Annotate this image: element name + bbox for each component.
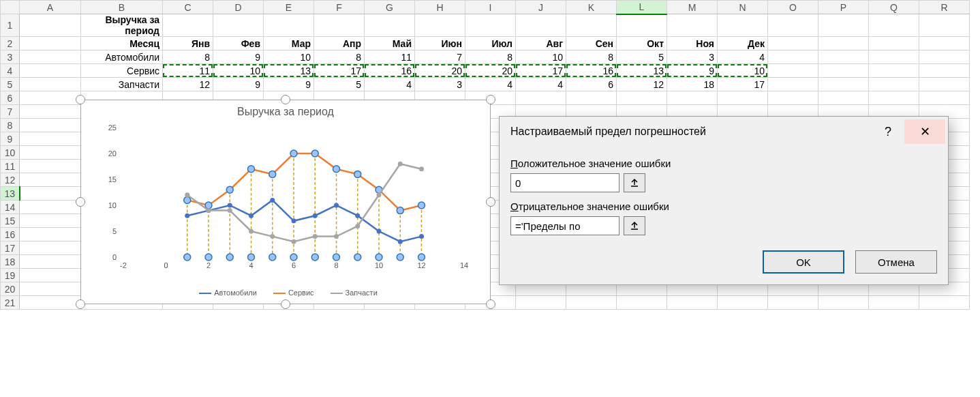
column-header[interactable]: Q	[869, 1, 919, 14]
cell[interactable]	[818, 64, 869, 78]
cell[interactable]	[667, 296, 718, 310]
table-row-label[interactable]: Автомобили	[81, 50, 163, 64]
row-header[interactable]: 7	[1, 105, 20, 119]
table-header-cell[interactable]: Месяц	[81, 37, 163, 50]
cell[interactable]	[20, 296, 81, 310]
table-row-label[interactable]: Запчасти	[81, 78, 163, 91]
table-data-cell[interactable]: 4	[516, 78, 566, 91]
table-data-cell[interactable]: 18	[667, 78, 718, 91]
cell[interactable]	[869, 78, 919, 91]
column-header[interactable]: E	[264, 1, 314, 14]
cell[interactable]	[365, 14, 415, 37]
table-data-cell[interactable]: 12	[163, 78, 213, 91]
chart-plot-area[interactable]: 0510152025-202468101214	[81, 100, 491, 278]
embedded-chart[interactable]: Выручка за период 0510152025-20246810121…	[80, 100, 491, 304]
legend-item[interactable]: Автомобили	[194, 289, 257, 297]
cell[interactable]	[768, 91, 818, 105]
cell[interactable]	[20, 228, 81, 241]
column-header[interactable]: A	[20, 1, 81, 14]
column-header[interactable]: P	[818, 1, 869, 14]
cell[interactable]	[818, 37, 869, 50]
cell[interactable]	[768, 37, 818, 50]
cell[interactable]	[919, 14, 970, 37]
table-row-label[interactable]: Сервис	[81, 64, 163, 78]
cell[interactable]	[818, 14, 869, 37]
negative-error-input[interactable]	[510, 216, 619, 235]
row-header[interactable]: 14	[1, 201, 20, 214]
row-header[interactable]: 18	[1, 255, 20, 269]
cell[interactable]	[213, 14, 264, 37]
table-header-cell[interactable]: Дек	[718, 37, 768, 50]
cell[interactable]	[718, 296, 768, 310]
cell[interactable]	[415, 14, 465, 37]
row-header[interactable]: 15	[1, 214, 20, 228]
table-data-cell[interactable]: 17	[516, 64, 566, 78]
table-data-cell[interactable]: 20	[465, 64, 516, 78]
cell[interactable]	[818, 296, 869, 310]
table-data-cell[interactable]: 7	[415, 50, 465, 64]
cell[interactable]	[919, 296, 970, 310]
cell[interactable]	[465, 14, 516, 37]
cell[interactable]	[20, 255, 81, 269]
row-header[interactable]: 2	[1, 37, 20, 50]
cell[interactable]	[516, 91, 566, 105]
table-header-cell[interactable]: Сен	[566, 37, 617, 50]
row-header[interactable]: 10	[1, 146, 20, 160]
cell[interactable]	[20, 187, 81, 201]
table-data-cell[interactable]: 13	[264, 64, 314, 78]
table-data-cell[interactable]: 12	[617, 78, 667, 91]
cell[interactable]	[566, 296, 617, 310]
row-header[interactable]: 8	[1, 119, 20, 132]
cancel-button[interactable]: Отмена	[855, 250, 937, 274]
cell[interactable]	[869, 296, 919, 310]
legend-item[interactable]: Сервис	[268, 289, 314, 297]
cell[interactable]	[818, 50, 869, 64]
column-header[interactable]: G	[365, 1, 415, 14]
table-header-cell[interactable]: Фев	[213, 37, 264, 50]
table-header-cell[interactable]: Янв	[163, 37, 213, 50]
table-header-cell[interactable]: Июл	[465, 37, 516, 50]
cell[interactable]	[617, 296, 667, 310]
cell[interactable]	[516, 14, 566, 37]
row-header[interactable]: 19	[1, 269, 20, 282]
table-data-cell[interactable]: 17	[314, 64, 365, 78]
column-header[interactable]: I	[465, 1, 516, 14]
cell[interactable]	[768, 78, 818, 91]
cell[interactable]	[20, 37, 81, 50]
column-header[interactable]: C	[163, 1, 213, 14]
chart-resize-handle[interactable]	[76, 299, 85, 309]
cell[interactable]	[20, 64, 81, 78]
cell[interactable]	[869, 91, 919, 105]
collapse-dialog-button[interactable]	[624, 173, 645, 192]
column-header[interactable]: O	[768, 1, 818, 14]
cell[interactable]	[20, 91, 81, 105]
cell[interactable]	[667, 14, 718, 37]
table-data-cell[interactable]: 4	[718, 50, 768, 64]
cell[interactable]	[20, 105, 81, 119]
table-data-cell[interactable]: 3	[667, 50, 718, 64]
cell[interactable]	[919, 64, 970, 78]
chart-resize-handle[interactable]	[281, 299, 290, 309]
table-data-cell[interactable]: 16	[365, 64, 415, 78]
close-button[interactable]: ✕	[904, 119, 945, 144]
row-header[interactable]: 9	[1, 132, 20, 146]
positive-error-input[interactable]	[510, 173, 619, 192]
row-header[interactable]: 3	[1, 50, 20, 64]
row-header[interactable]: 21	[1, 296, 20, 310]
cell[interactable]	[869, 14, 919, 37]
table-data-cell[interactable]: 6	[566, 78, 617, 91]
row-header[interactable]: 6	[1, 91, 20, 105]
cell[interactable]	[667, 91, 718, 105]
cell[interactable]	[718, 91, 768, 105]
table-data-cell[interactable]: 9	[264, 78, 314, 91]
table-data-cell[interactable]: 3	[415, 78, 465, 91]
table-data-cell[interactable]: 17	[718, 78, 768, 91]
column-header[interactable]: F	[314, 1, 365, 14]
help-button[interactable]: ?	[872, 125, 904, 139]
column-header[interactable]: M	[667, 1, 718, 14]
table-data-cell[interactable]: 8	[566, 50, 617, 64]
cell[interactable]	[869, 64, 919, 78]
table-data-cell[interactable]: 11	[163, 64, 213, 78]
cell[interactable]	[566, 14, 617, 37]
table-data-cell[interactable]: 8	[314, 50, 365, 64]
